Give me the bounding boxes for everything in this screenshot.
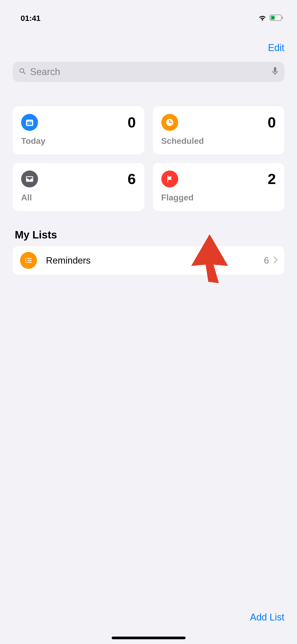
card-scheduled[interactable]: 0 Scheduled xyxy=(153,106,285,154)
section-header-my-lists: My Lists xyxy=(15,229,282,241)
wifi-icon xyxy=(258,15,267,22)
svg-point-17 xyxy=(25,262,26,263)
add-list-button[interactable]: Add List xyxy=(250,612,284,623)
card-today[interactable]: 0 Today xyxy=(13,106,144,154)
card-all[interactable]: 6 All xyxy=(13,163,144,211)
card-flagged[interactable]: 2 Flagged xyxy=(153,163,285,211)
list-row-reminders[interactable]: Reminders 6 xyxy=(13,246,284,275)
card-count: 2 xyxy=(268,170,276,187)
status-time: 01:41 xyxy=(21,14,40,23)
card-count: 6 xyxy=(128,170,136,187)
svg-rect-4 xyxy=(27,122,32,125)
card-label: Flagged xyxy=(161,193,276,203)
search-icon xyxy=(18,67,27,77)
svg-rect-16 xyxy=(27,260,32,261)
clock-icon xyxy=(161,114,178,131)
svg-point-8 xyxy=(31,122,32,122)
card-label: Today xyxy=(21,136,136,146)
mic-icon[interactable] xyxy=(272,67,279,77)
smart-lists-grid: 0 Today 0 Scheduled 6 All 2 Flagged xyxy=(13,106,284,211)
card-count: 0 xyxy=(268,114,276,131)
card-label: All xyxy=(21,193,136,203)
svg-point-10 xyxy=(29,123,29,124)
status-bar: 01:41 xyxy=(0,0,297,26)
status-icons xyxy=(258,14,284,22)
search-field[interactable] xyxy=(13,62,284,82)
card-label: Scheduled xyxy=(161,136,276,146)
nav-bar: Edit xyxy=(0,26,297,56)
flag-icon xyxy=(161,171,178,187)
svg-point-5 xyxy=(28,122,28,122)
list-name: Reminders xyxy=(46,255,264,266)
svg-point-9 xyxy=(28,123,28,124)
svg-point-15 xyxy=(25,260,26,261)
list-bullet-icon xyxy=(20,252,37,269)
svg-point-6 xyxy=(29,122,29,122)
chevron-right-icon xyxy=(273,256,278,265)
bottom-toolbar: Add List xyxy=(250,612,284,623)
home-indicator[interactable] xyxy=(112,637,186,639)
svg-point-7 xyxy=(30,122,31,122)
calendar-icon xyxy=(21,114,38,131)
svg-rect-1 xyxy=(282,17,283,19)
edit-button[interactable]: Edit xyxy=(268,42,284,53)
battery-icon xyxy=(270,14,284,22)
inbox-icon xyxy=(21,171,38,187)
svg-rect-14 xyxy=(27,258,32,259)
card-count: 0 xyxy=(128,114,136,131)
search-input[interactable] xyxy=(30,66,272,77)
list-count: 6 xyxy=(264,255,269,266)
svg-point-13 xyxy=(25,258,26,259)
svg-point-11 xyxy=(30,123,31,124)
svg-rect-18 xyxy=(27,262,32,263)
